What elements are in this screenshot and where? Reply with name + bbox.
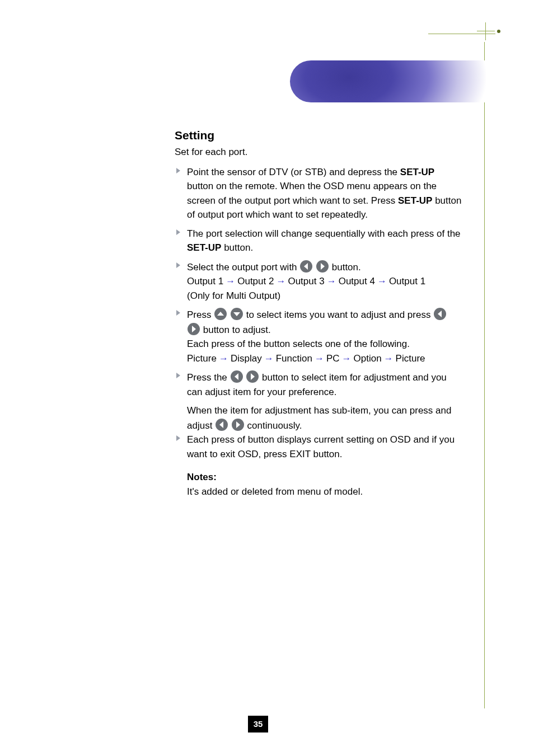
step-3-seq2: Output 3 xyxy=(288,276,324,287)
right-arrow-button-icon xyxy=(231,418,245,431)
step-4-text-b: to select items you want to adjust and p… xyxy=(246,309,434,320)
page-number: 35 xyxy=(248,716,268,732)
arrow-sep-icon: → xyxy=(262,351,276,366)
step-4-seq1: Display xyxy=(231,353,262,364)
step-4-seq3: PC xyxy=(326,353,340,364)
content-block: Setting Set for each port. Point the sen… xyxy=(174,129,462,499)
notes-text: It's added or deleted from menu of model… xyxy=(187,486,363,497)
left-arrow-button-icon xyxy=(299,260,313,273)
arrow-sep-icon: → xyxy=(340,351,354,366)
arrow-sep-icon: → xyxy=(312,351,326,366)
step-2: The port selection will change sequentia… xyxy=(174,227,462,255)
right-arrow-button-icon xyxy=(187,322,200,336)
step-4-text-c: button to adjust. xyxy=(203,325,271,335)
step-3: Select the output port with button. Outp… xyxy=(174,260,462,303)
arrow-sep-icon: → xyxy=(375,274,389,289)
arrow-sep-icon: → xyxy=(382,351,396,366)
step-3-text-b: button. xyxy=(332,262,361,273)
section-desc: Set for each port. xyxy=(175,145,462,159)
step-5-continued: When the item for adjustment has sub-ite… xyxy=(174,403,462,433)
step-3-note: (Only for Multi Output) xyxy=(187,290,280,301)
step-2-text-b: button. xyxy=(221,242,253,253)
step-4-text-a: Press xyxy=(187,309,214,320)
step-3-seq3: Output 4 xyxy=(339,276,375,287)
bullet-icon xyxy=(176,435,181,442)
step-6: Each press of button displays current se… xyxy=(174,433,462,461)
step-1-bold-b: SET-UP xyxy=(398,195,432,206)
left-arrow-button-icon xyxy=(215,418,228,431)
step-4-text-d: Each press of the button selects one of … xyxy=(187,339,410,349)
down-arrow-button-icon xyxy=(230,307,243,321)
step-4-seq5: Picture xyxy=(396,353,425,364)
arrow-sep-icon: → xyxy=(217,351,231,366)
crop-mark-dot xyxy=(497,30,500,33)
left-arrow-button-icon xyxy=(230,370,243,383)
banner-decoration xyxy=(290,60,486,102)
step-6-text: Each press of button displays current se… xyxy=(187,434,455,459)
step-4-seq2: Function xyxy=(276,353,312,364)
bullet-icon xyxy=(176,167,181,174)
side-rule xyxy=(484,42,485,708)
step-5-text-a: Press the xyxy=(187,372,230,383)
step-4-seq4: Option xyxy=(354,353,382,364)
step-5: Press the button to select item for adju… xyxy=(174,370,462,399)
step-2-text-a: The port selection will change sequentia… xyxy=(187,228,461,239)
step-2-bold-a: SET-UP xyxy=(187,242,221,253)
notes-label: Notes: xyxy=(187,472,217,482)
step-4: Press to select items you want to adjust… xyxy=(174,307,462,365)
notes-block: Notes: It's added or deleted from menu o… xyxy=(174,470,462,499)
arrow-sep-icon: → xyxy=(325,274,339,289)
section-title: Setting xyxy=(175,129,462,142)
bullet-icon xyxy=(176,262,181,269)
bullet-icon xyxy=(176,229,181,236)
step-5-text-d: continuously. xyxy=(247,420,302,431)
step-1-text-a: Point the sensor of DTV (or STB) and dep… xyxy=(187,167,400,177)
step-3-seq0: Output 1 xyxy=(187,276,223,287)
step-1-bold-a: SET-UP xyxy=(400,167,434,177)
bullet-icon xyxy=(176,372,181,379)
step-1: Point the sensor of DTV (or STB) and dep… xyxy=(174,165,462,222)
arrow-sep-icon: → xyxy=(223,274,237,289)
bullet-icon xyxy=(176,309,181,316)
crop-mark-corner xyxy=(477,22,495,40)
up-arrow-button-icon xyxy=(214,307,227,321)
step-3-seq1: Output 2 xyxy=(237,276,274,287)
right-arrow-button-icon xyxy=(246,370,259,383)
step-3-seq4: Output 1 xyxy=(389,276,425,287)
step-4-seq0: Picture xyxy=(187,353,217,364)
arrow-sep-icon: → xyxy=(274,274,288,289)
right-arrow-button-icon xyxy=(316,260,329,273)
left-arrow-button-icon xyxy=(433,307,447,321)
step-3-text-a: Select the output port with xyxy=(187,262,299,273)
